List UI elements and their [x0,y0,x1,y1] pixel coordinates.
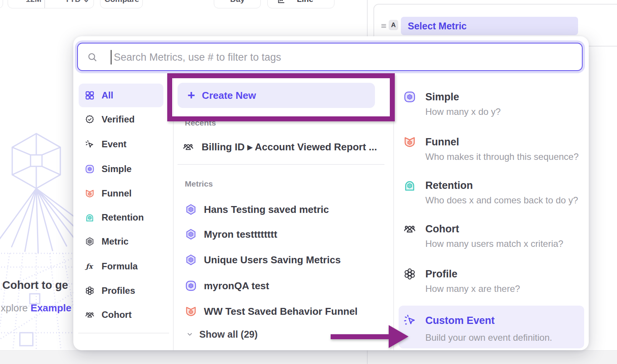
simple-metric-icon [403,90,416,103]
metric-item-label: Unique Users Saving Metrics [204,254,341,266]
funnel-metric-icon [403,135,416,148]
event-cursor-icon [85,139,95,149]
metric-type-cohort[interactable]: Cohort How many users match x criteria? [399,214,584,252]
formula-fx-icon [85,261,95,271]
sidebar-item-all[interactable]: All [79,84,163,107]
sidebar-item-cohort[interactable]: Cohort [79,303,163,327]
sidebar-section-divider [78,333,169,333]
profiles-flower-icon [85,286,95,296]
sidebar-item-label: Simple [102,164,132,174]
funnel-metric-icon [185,305,197,317]
search-input[interactable] [113,43,573,71]
metric-type-description: Who makes it through this sequence? [425,151,579,162]
day-button-label: Day [230,0,245,4]
sidebar-item-label: Profiles [102,285,135,296]
explore-text-fragment: xplore [1,302,31,314]
sidebar-item-funnel[interactable]: Funnel [79,182,163,205]
range-12m-button[interactable]: 12M [26,0,42,4]
metric-item-label: Hans Testing saved metric [204,204,329,216]
chevron-down-icon [186,330,194,338]
annotation-highlight-rect [167,73,395,121]
metric-list-item[interactable]: Unique Users Saving Metrics [185,253,341,267]
sidebar-item-label: Funnel [102,188,132,199]
metric-type-description: How many x are there? [425,283,520,294]
recent-item-billing[interactable]: Billing ID ▸ Account Viewed Report ... [183,140,377,153]
sidebar-item-retention[interactable]: Retention [79,206,163,229]
cohort-people-icon [85,310,95,320]
panel-divider-bottom [367,350,368,364]
metric-type-title: Cohort [425,223,459,235]
example-link[interactable]: Example [31,302,71,314]
cohort-people-icon [403,222,416,235]
metric-type-title: Custom Event [425,315,495,327]
screen: 12M YTD ⌄ Compare Day Line A Select Metr… [0,0,617,364]
metric-search-field[interactable] [77,43,583,71]
metric-list-item[interactable]: WW Test Saved Behavior Funnel [185,304,358,318]
metric-type-description: Who does x and comes back to do y? [425,195,578,206]
metric-type-custom-event[interactable]: Custom Event Build your own event defini… [399,306,584,348]
saved-metric-icon [185,228,197,240]
simple-metric-icon [85,164,95,174]
chart-type-line-button[interactable]: Line [267,0,334,8]
middle-section-divider [178,164,384,165]
date-range-segmented-control[interactable]: 12M YTD ⌄ [8,0,94,8]
metric-type-simple[interactable]: Simple How many x do y? [399,82,584,120]
sidebar-item-verified[interactable]: Verified [79,108,163,131]
metric-item-label: WW Test Saved Behavior Funnel [204,306,358,317]
metrics-heading: Metrics [185,179,213,188]
metric-item-label: Myron testttttttt [204,229,277,240]
select-metric-label: Select Metric [408,17,467,35]
interval-day-button[interactable]: Day [214,0,261,8]
metric-type-title: Funnel [425,136,459,148]
toolbar-button-edge[interactable] [0,0,3,8]
sidebar-item-label: Verified [102,114,135,125]
sidebar-item-event[interactable]: Event [79,132,163,156]
select-metric-pill[interactable]: Select Metric [401,17,578,35]
background-heading-fragment: Cohort to ge [2,279,68,292]
sidebar-item-label: Retention [102,212,144,223]
text-cursor [111,50,111,64]
sidebar-item-profiles[interactable]: Profiles [79,279,163,303]
metric-type-funnel[interactable]: Funnel Who makes it through this sequenc… [399,127,584,165]
retention-metric-icon [403,179,416,192]
metric-type-profile[interactable]: Profile How many x are there? [399,259,584,297]
metric-list-item[interactable]: myronQA test [185,279,269,293]
metric-type-title: Profile [425,268,457,280]
sidebar-item-label: Metric [102,236,129,247]
compare-button[interactable]: Compare [100,0,143,8]
metric-type-retention[interactable]: Retention Who does x and comes back to d… [399,171,584,209]
metric-type-description: Build your own event definition. [425,332,552,343]
metric-type-title: Retention [425,180,473,192]
metric-item-label: myronQA test [204,280,269,292]
show-all-label: Show all (29) [199,329,258,340]
sidebar-item-label: Event [102,139,126,150]
sidebar-item-label: All [102,90,113,101]
profiles-flower-icon [403,267,416,280]
grid-icon [85,90,95,100]
sidebar-item-metric[interactable]: Metric [79,230,163,253]
metric-list-item[interactable]: Hans Testing saved metric [185,203,329,216]
hexagon-metric-icon [85,237,95,246]
wireframe-illustration [0,127,76,364]
cohort-people-icon [183,141,194,153]
verified-badge-icon [85,114,95,124]
annotation-arrow [328,324,410,350]
metric-series-badge: A [389,20,398,30]
panel-divider-top [367,0,368,37]
sidebar-item-label: Cohort [102,309,132,320]
sidebar-item-formula[interactable]: Formula [79,254,163,278]
recent-item-label: Billing ID ▸ Account Viewed Report ... [202,141,377,153]
metric-type-description: How many x do y? [425,106,501,117]
sidebar-item-simple[interactable]: Simple [79,157,163,181]
range-ytd-button[interactable]: YTD ⌄ [65,0,89,4]
funnel-metric-icon [85,188,95,198]
show-all-toggle[interactable]: Show all (29) [186,328,258,341]
metric-list-item[interactable]: Myron testttttttt [185,227,277,241]
retention-metric-icon [85,213,95,222]
sidebar-item-partial[interactable]: T [79,345,163,350]
sidebar-item-label: Formula [102,261,138,272]
saved-metric-icon [185,203,197,216]
drag-handle-icon[interactable] [380,22,388,30]
line-chart-icon [277,0,286,5]
search-icon [87,52,98,63]
